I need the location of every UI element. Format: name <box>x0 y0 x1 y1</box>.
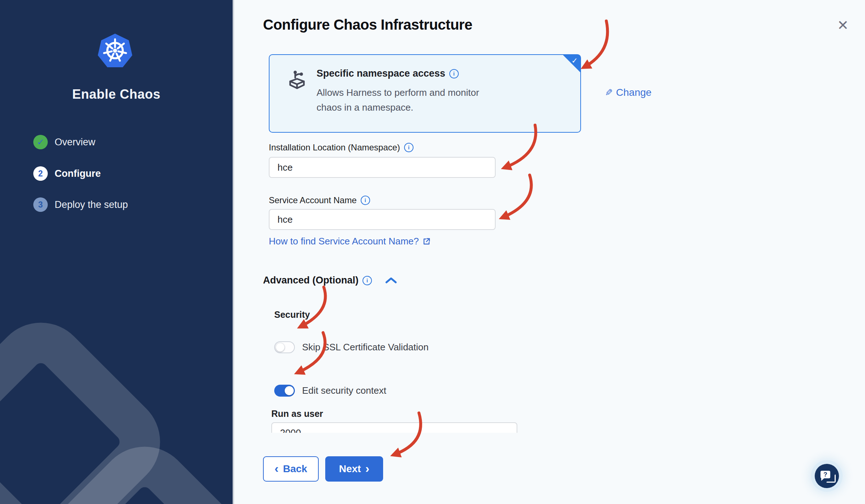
sidebar-step-configure[interactable]: 2 Configure <box>33 166 101 181</box>
back-label: Back <box>283 463 307 475</box>
card-description: Allows Harness to perform and monitor ch… <box>317 85 490 115</box>
run-as-user-label: Run as user <box>271 409 323 419</box>
service-account-help-link[interactable]: How to find Service Account Name? <box>269 236 431 247</box>
collapse-chevron-up-icon[interactable] <box>384 277 398 285</box>
step-number-badge: 2 <box>33 166 48 181</box>
next-label: Next <box>339 463 361 475</box>
next-button[interactable]: Next › <box>325 456 383 482</box>
service-account-label: Service Account Name <box>269 195 357 205</box>
namespace-icon <box>288 69 306 90</box>
security-section-label: Security <box>274 309 310 320</box>
step-number-badge: 3 <box>33 197 48 212</box>
toggle-knob <box>285 386 294 395</box>
sidebar-step-deploy[interactable]: 3 Deploy the setup <box>33 197 128 212</box>
back-button[interactable]: ‹ Back <box>263 456 319 482</box>
dialog-title: Configure Chaos Infrastructure <box>263 16 472 33</box>
info-icon[interactable]: i <box>361 196 370 205</box>
service-account-input[interactable] <box>269 209 496 230</box>
advanced-optional-label: Advanced (Optional) <box>263 275 359 286</box>
installation-location-input[interactable] <box>269 157 496 178</box>
change-label: Change <box>616 87 652 98</box>
info-icon[interactable]: i <box>449 69 459 78</box>
sidebar-step-overview[interactable]: ✓ Overview <box>33 134 96 150</box>
kubernetes-logo-icon <box>96 33 134 70</box>
change-link[interactable]: ✎ Change <box>605 87 652 98</box>
step-label: Deploy the setup <box>55 199 128 210</box>
sidebar-divider <box>233 0 234 504</box>
step-done-icon: ✓ <box>33 135 48 149</box>
info-icon[interactable]: i <box>404 143 414 152</box>
harness-chaos-watermark-icon <box>0 0 233 504</box>
selected-check-icon: ✓ <box>571 56 578 65</box>
edit-security-context-toggle[interactable] <box>274 385 295 397</box>
info-icon[interactable]: i <box>362 276 372 285</box>
check-icon: ✓ <box>37 137 44 147</box>
edit-security-context-label: Edit security context <box>302 385 386 396</box>
toggle-knob <box>276 343 285 352</box>
namespace-access-card[interactable]: ✓ Specific namespace access i Allows Har… <box>269 54 581 133</box>
installation-location-label: Installation Location (Namespace) <box>269 142 400 153</box>
step-label: Overview <box>55 137 96 148</box>
wizard-sidebar: Enable Chaos ✓ Overview 2 Configure 3 De… <box>0 0 233 504</box>
step-number: 2 <box>38 169 43 179</box>
help-chat-button[interactable]: ? <box>815 464 839 488</box>
help-link-label: How to find Service Account Name? <box>269 236 419 247</box>
chevron-left-icon: ‹ <box>275 462 279 474</box>
chat-question-icon: ? <box>821 471 830 478</box>
wizard-title: Enable Chaos <box>0 87 233 102</box>
skip-ssl-label: Skip SSL Certificate Validation <box>302 342 429 353</box>
close-icon[interactable]: ✕ <box>834 17 852 34</box>
pencil-icon: ✎ <box>605 87 613 98</box>
step-number: 3 <box>38 200 43 210</box>
question-glyph: ? <box>823 471 827 478</box>
step-label: Configure <box>55 168 101 179</box>
external-link-icon <box>423 238 431 245</box>
skip-ssl-toggle[interactable] <box>274 341 295 353</box>
chevron-right-icon: › <box>365 462 369 474</box>
card-title: Specific namespace access <box>317 68 445 79</box>
